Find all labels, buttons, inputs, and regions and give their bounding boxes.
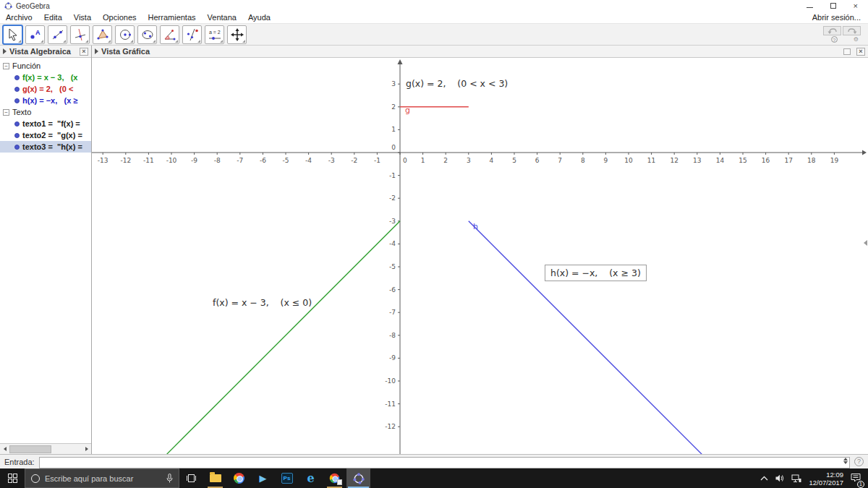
network-icon[interactable]: [791, 474, 801, 483]
tool-line[interactable]: [48, 25, 67, 44]
app-geogebra-active[interactable]: [346, 468, 370, 488]
tool-angle[interactable]: [160, 25, 179, 44]
visibility-marble-icon[interactable]: [14, 98, 20, 103]
graphics-canvas[interactable]: -13-12-11-10-9-8-7-6-5-4-3-2-10123456789…: [92, 58, 868, 454]
x-tick-label: 3: [467, 157, 471, 164]
tree-item-f[interactable]: f(x) = x − 3, (x: [0, 72, 91, 83]
tool-move[interactable]: [3, 25, 22, 44]
volume-icon[interactable]: [775, 474, 784, 482]
y-axis-arrow-icon: [398, 59, 403, 64]
visibility-marble-icon[interactable]: [14, 145, 20, 150]
menu-archivo[interactable]: Archivo: [0, 13, 38, 22]
tool-perpendicular-line[interactable]: [70, 25, 90, 44]
x-tick-label: 8: [581, 157, 585, 164]
x-tick-label: 1: [421, 157, 425, 164]
menu-edita[interactable]: Edita: [38, 13, 68, 22]
graphics-view-panel: Vista Gráfica × -13-12-11-10-9-8-7-6-5-4…: [92, 46, 868, 454]
y-tick-label: -3: [389, 218, 396, 225]
function-curve-f[interactable]: [167, 221, 400, 454]
text-label-g[interactable]: g(x) = 2, (0 < x < 3): [406, 78, 508, 89]
graphics-close-icon[interactable]: ×: [856, 48, 865, 56]
y-tick-label: -12: [385, 423, 396, 430]
tool-conic[interactable]: [137, 25, 157, 44]
tool-move-graphics-view[interactable]: [227, 25, 247, 44]
collapse-side-panel-icon[interactable]: [864, 240, 867, 246]
action-center-button[interactable]: 1: [851, 472, 861, 485]
tool-reflection[interactable]: [182, 25, 202, 44]
app-chrome[interactable]: [227, 468, 251, 488]
svg-text:A: A: [35, 29, 41, 36]
app-file-explorer[interactable]: [203, 468, 227, 488]
maximize-icon[interactable]: [830, 3, 836, 9]
menu-vista[interactable]: Vista: [68, 13, 97, 22]
app-internet-explorer[interactable]: e: [299, 468, 323, 488]
tree-item-texto3[interactable]: texto3 = "h(x) =: [0, 141, 91, 153]
tree-section-texto[interactable]: − Texto: [0, 106, 91, 118]
input-history-spinner[interactable]: [843, 458, 848, 464]
help-icon[interactable]: ?: [831, 36, 838, 43]
microphone-icon[interactable]: [166, 474, 173, 483]
settings-gear-icon[interactable]: ⚙: [854, 36, 859, 43]
collapse-icon[interactable]: −: [3, 109, 9, 116]
tool-point[interactable]: A: [25, 25, 45, 44]
close-icon[interactable]: ×: [854, 2, 858, 9]
scroll-right-icon[interactable]: [82, 445, 91, 454]
algebra-close-icon[interactable]: ×: [80, 48, 88, 56]
main-area: Vista Algebraica × − Función f(x) = x − …: [0, 46, 868, 454]
app-chrome-page[interactable]: [323, 468, 346, 488]
spinner-down-icon[interactable]: [843, 461, 848, 464]
visibility-marble-icon[interactable]: [14, 87, 20, 92]
entrada-input[interactable]: [39, 457, 850, 468]
app-movies-tv[interactable]: ▶: [251, 468, 275, 488]
taskbar-search[interactable]: [25, 468, 179, 488]
tree-item-h[interactable]: h(x) = −x, (x ≥: [0, 95, 91, 106]
visibility-marble-icon[interactable]: [14, 75, 20, 80]
tray-chevron-icon[interactable]: [760, 476, 768, 481]
undo-button[interactable]: [823, 26, 841, 35]
x-tick-label: -1: [374, 157, 380, 164]
tree-item-g[interactable]: g(x) = 2, (0 <: [0, 83, 91, 95]
panel-menu-arrow-icon[interactable]: [3, 48, 7, 54]
tool-slider[interactable]: a = 2: [205, 25, 224, 44]
curve-letter-g[interactable]: g: [405, 106, 410, 115]
app-photoshop[interactable]: Ps: [275, 468, 299, 488]
tree-section-funcion[interactable]: − Función: [0, 60, 91, 72]
menu-opciones[interactable]: Opciones: [97, 13, 142, 22]
tree-item-texto2[interactable]: texto2 = "g(x) =: [0, 129, 91, 141]
panel-menu-arrow-icon[interactable]: [95, 48, 98, 54]
redo-button[interactable]: [843, 26, 861, 35]
function-curve-h[interactable]: [469, 221, 702, 454]
cursor-icon: [6, 27, 20, 42]
curve-letter-h[interactable]: h: [473, 222, 478, 231]
tool-polygon[interactable]: [93, 25, 112, 44]
tool-circle[interactable]: [115, 25, 135, 44]
x-tick-label: 5: [512, 157, 516, 164]
y-tick-label: 3: [391, 80, 396, 87]
scrollbar-thumb[interactable]: [9, 445, 51, 453]
sign-in-link[interactable]: Abrir sesión...: [812, 13, 868, 22]
menu-ayuda[interactable]: Ayuda: [242, 13, 276, 22]
system-tray: 12:09 12/07/2017 1: [753, 468, 868, 488]
scroll-left-icon[interactable]: [0, 445, 9, 454]
input-help-icon[interactable]: ?: [854, 457, 864, 466]
visibility-marble-icon[interactable]: [14, 121, 20, 127]
minimize-icon[interactable]: [807, 4, 813, 8]
start-button[interactable]: [0, 468, 25, 488]
menu-herramientas[interactable]: Herramientas: [142, 13, 202, 22]
text-label-f[interactable]: f(x) = x − 3, (x ≤ 0): [213, 297, 312, 308]
y-tick-label: -2: [389, 194, 396, 202]
tray-clock[interactable]: 12:09 12/07/2017: [809, 471, 843, 487]
menu-ventana[interactable]: Ventana: [202, 13, 242, 22]
taskbar-search-input[interactable]: [45, 474, 161, 483]
algebra-horizontal-scrollbar[interactable]: [0, 443, 91, 454]
tree-item-texto1[interactable]: texto1 = "f(x) =: [0, 118, 91, 129]
visibility-marble-icon[interactable]: [14, 133, 20, 138]
axes-and-curves: -13-12-11-10-9-8-7-6-5-4-3-2-10123456789…: [92, 58, 867, 454]
text-label-h-selected[interactable]: h(x) = −x, (x ≥ 3): [545, 265, 647, 281]
chrome-icon: [234, 473, 244, 484]
task-view-button[interactable]: [179, 468, 203, 488]
undock-panel-icon[interactable]: [843, 48, 851, 55]
spinner-up-icon[interactable]: [843, 458, 848, 461]
x-tick-label: 13: [693, 157, 701, 164]
collapse-icon[interactable]: −: [3, 63, 9, 69]
